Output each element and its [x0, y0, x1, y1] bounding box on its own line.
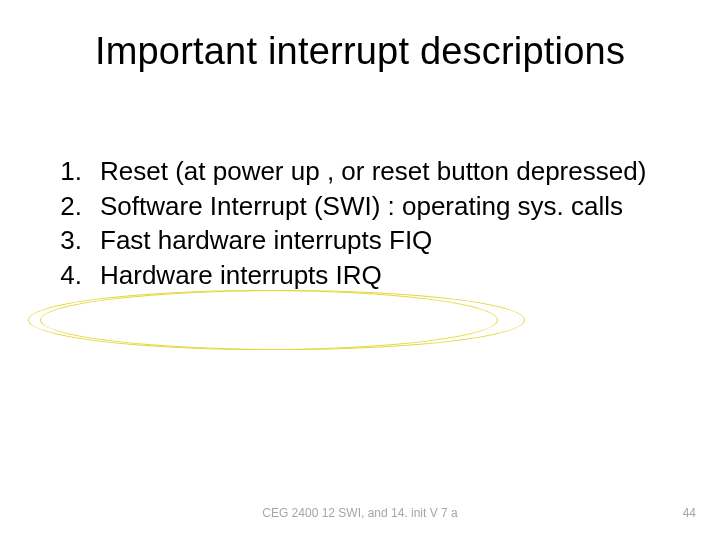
- list-item: 1. Reset (at power up , or reset button …: [50, 155, 680, 188]
- numbered-list: 1. Reset (at power up , or reset button …: [50, 155, 680, 293]
- list-item: 4. Hardware interrupts IRQ: [50, 259, 680, 292]
- list-item-text: Fast hardware interrupts FIQ: [100, 224, 680, 257]
- hand-drawn-ellipse-annotation: [40, 290, 525, 350]
- footer-text: CEG 2400 12 SWI, and 14. init V 7 a: [0, 506, 720, 520]
- list-item-number: 4.: [50, 259, 100, 292]
- slide-title: Important interrupt descriptions: [0, 30, 720, 73]
- list-item: 2. Software Interrupt (SWI) : operating …: [50, 190, 680, 223]
- list-item-number: 2.: [50, 190, 100, 223]
- slide: Important interrupt descriptions 1. Rese…: [0, 0, 720, 540]
- list-item-text: Software Interrupt (SWI) : operating sys…: [100, 190, 680, 223]
- list-item-number: 3.: [50, 224, 100, 257]
- list-item: 3. Fast hardware interrupts FIQ: [50, 224, 680, 257]
- list-item-text: Reset (at power up , or reset button dep…: [100, 155, 680, 188]
- hand-drawn-ellipse-annotation: [28, 290, 498, 350]
- page-number: 44: [683, 506, 696, 520]
- list-item-number: 1.: [50, 155, 100, 188]
- list-item-text: Hardware interrupts IRQ: [100, 259, 680, 292]
